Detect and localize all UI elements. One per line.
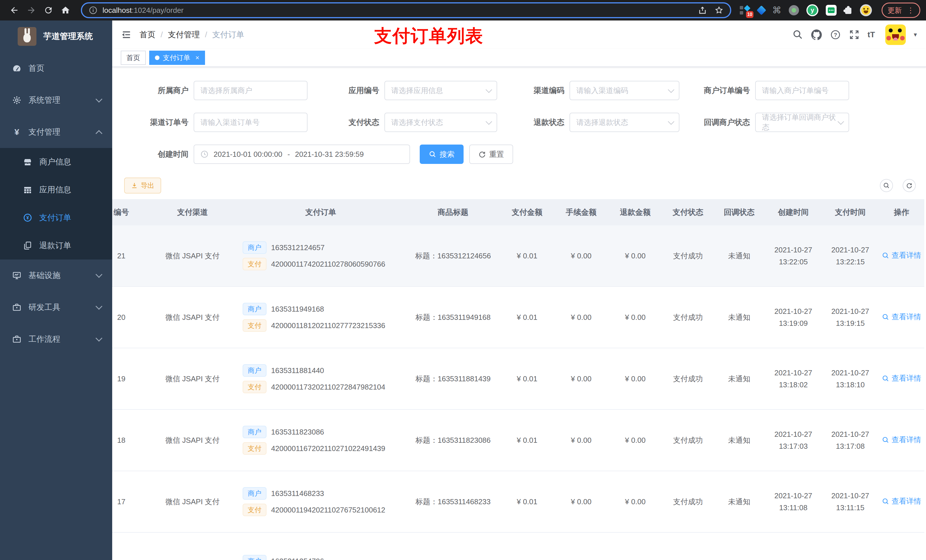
address-bar[interactable]: localhost:1024/pay/order [81, 2, 731, 18]
search-button[interactable]: 搜索 [420, 145, 464, 164]
col-notify: 回调状态 [714, 199, 765, 225]
channel-code-select[interactable]: 请输入渠道编码 [569, 81, 679, 100]
search-icon [883, 182, 890, 189]
table-toolbar: 导出 [124, 178, 916, 193]
home-button[interactable] [57, 2, 74, 19]
merchant-tag: 商户 [243, 426, 266, 438]
sidebar-item-system[interactable]: 系统管理 [0, 84, 112, 116]
sidebar-item-home[interactable]: 首页 [0, 52, 112, 84]
view-detail-link[interactable]: 查看详情 [882, 496, 921, 506]
table-row: 18 微信 JSAPI 支付 商户1635311823086 支付4200001… [112, 409, 924, 471]
sidebar-item-workflow[interactable]: 工作流程 [0, 323, 112, 355]
app-select[interactable]: 请选择应用信息 [384, 81, 497, 100]
active-dot-icon [155, 56, 159, 60]
col-refund: 退款金额 [608, 199, 662, 225]
forward-button[interactable] [23, 2, 40, 19]
tab-pay-order[interactable]: 支付订单 × [149, 51, 205, 65]
cell-notify [714, 533, 765, 560]
app-title: 芋道管理系统 [43, 31, 93, 42]
collapse-sidebar-button[interactable] [121, 30, 132, 40]
sidebar-item-refund-order[interactable]: 退款订单 [0, 232, 112, 260]
extension-record-icon[interactable] [789, 5, 799, 15]
tab-label: 首页 [126, 53, 140, 62]
extension-chat-icon[interactable] [826, 5, 837, 16]
cell-status: 支付成功 [662, 471, 714, 533]
sidebar-item-app-info[interactable]: 应用信息 [0, 176, 112, 204]
breadcrumb-separator: / [160, 30, 163, 39]
merchant-input[interactable] [194, 81, 307, 100]
hamburger-icon [121, 30, 132, 40]
reload-button[interactable] [40, 2, 57, 19]
show-search-button[interactable] [880, 179, 893, 192]
export-button[interactable]: 导出 [124, 178, 161, 193]
sidebar-item-payment[interactable]: ¥ 支付管理 [0, 116, 112, 148]
extension-command-icon[interactable]: ⌘ [772, 6, 781, 15]
chevron-down-icon [838, 118, 844, 125]
view-detail-link[interactable]: 查看详情 [882, 312, 921, 322]
help-icon[interactable]: ? [830, 29, 841, 40]
sidebar-item-label: 工作流程 [29, 334, 61, 344]
view-detail-link[interactable]: 查看详情 [882, 435, 921, 445]
bookmark-star-icon[interactable] [715, 6, 723, 15]
profile-emoji-icon[interactable] [860, 4, 872, 16]
sidebar-item-label: 支付订单 [39, 212, 71, 223]
sidebar-item-label: 首页 [29, 63, 44, 74]
search-icon [429, 151, 436, 158]
channel-order-no-input[interactable] [194, 113, 307, 132]
cell-pay-order: 商户1635311881440 支付4200001173202110272847… [235, 348, 406, 409]
view-detail-link[interactable]: 查看详情 [882, 373, 921, 383]
close-tab-icon[interactable]: × [195, 54, 199, 62]
col-fee: 手续金额 [554, 199, 608, 225]
sidebar-item-pay-order[interactable]: ¥ 支付订单 [0, 204, 112, 232]
search-icon[interactable] [793, 29, 803, 40]
refresh-table-button[interactable] [903, 179, 916, 192]
share-icon[interactable] [698, 6, 707, 15]
breadcrumb-home[interactable]: 首页 [139, 29, 156, 40]
cell-notify: 未通知 [714, 287, 765, 348]
sidebar-item-merchant-info[interactable]: 商户信息 [0, 148, 112, 176]
browser-menu-icon: ⋮ [907, 6, 914, 15]
sidebar-item-infra[interactable]: 基础设施 [0, 260, 112, 291]
extension-y-icon[interactable]: y [806, 4, 819, 16]
browser-update-button[interactable]: 更新⋮ [882, 3, 920, 18]
pay-status-select[interactable]: 请选择支付状态 [384, 113, 497, 132]
fullscreen-icon[interactable] [849, 29, 859, 40]
briefcase-icon [11, 303, 22, 312]
cell-actions: 查看详情 [879, 409, 924, 471]
chevron-up-icon [95, 130, 102, 137]
date-range-picker[interactable]: 2021-10-01 00:00:00 - 2021-10-31 23:59:5… [194, 145, 410, 164]
page-title-annotation: 支付订单列表 [374, 24, 484, 48]
app-logo[interactable]: 芋道管理系统 [0, 21, 112, 52]
navbar-actions: ? tT ▾ [793, 24, 917, 45]
filter-label: 所属商户 [112, 85, 194, 96]
chevron-down-icon [486, 86, 492, 93]
cell-channel [150, 533, 235, 560]
notify-status-select[interactable]: 请选择订单回调商户状态 [755, 113, 849, 132]
tab-home[interactable]: 首页 [121, 51, 146, 65]
merchant-tag: 商户 [243, 555, 266, 560]
extensions-puzzle-icon[interactable] [844, 6, 853, 15]
avatar[interactable] [885, 24, 906, 45]
col-id: 编号 [112, 199, 150, 225]
github-icon[interactable] [811, 29, 822, 40]
sidebar-item-dev-tools[interactable]: 研发工具 [0, 291, 112, 323]
sidebar-item-label: 退款订单 [39, 240, 71, 251]
cell-id: 18 [112, 409, 150, 471]
refund-status-select[interactable]: 请选择退款状态 [569, 113, 679, 132]
site-info-icon[interactable] [89, 6, 97, 15]
back-icon [9, 5, 19, 15]
merchant-order-no-input[interactable] [755, 81, 849, 100]
orders-table: 编号 支付渠道 支付订单 商品标题 支付金额 手续金额 退款金额 支付状态 回调… [112, 199, 926, 560]
merchant-tag: 商户 [243, 303, 266, 315]
avatar-caret-icon[interactable]: ▾ [914, 31, 917, 38]
view-detail-link[interactable]: 查看详情 [882, 251, 921, 260]
yen-icon: ¥ [11, 127, 22, 137]
cell-amount: ¥ 0.01 [500, 225, 554, 287]
extension-grid-icon[interactable]: 10 [740, 5, 750, 16]
extension-kite-icon[interactable] [758, 7, 765, 14]
back-button[interactable] [6, 2, 23, 19]
reset-button[interactable]: 重置 [469, 145, 513, 164]
table-row: 21 微信 JSAPI 支付 商户1635312124657 支付4200001… [112, 225, 924, 287]
font-size-icon[interactable]: tT [868, 30, 875, 39]
breadcrumb-payment[interactable]: 支付管理 [168, 29, 200, 40]
